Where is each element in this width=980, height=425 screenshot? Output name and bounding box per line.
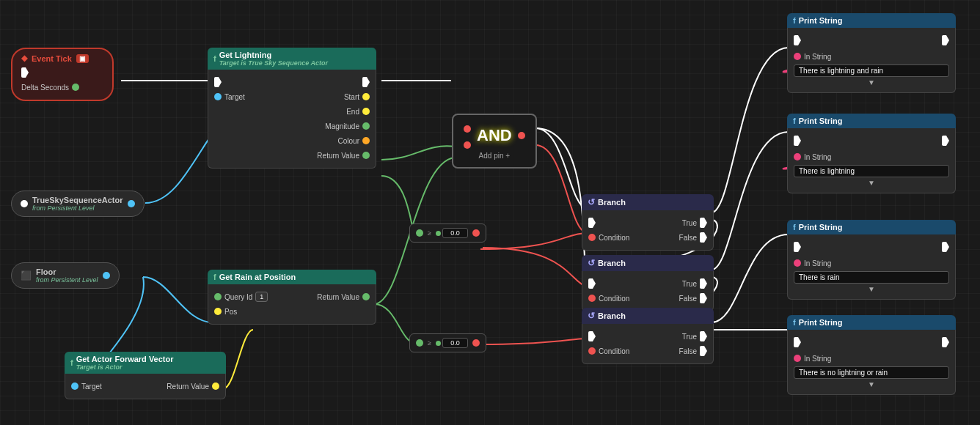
get-actor-fwd-subtitle: Target is Actor bbox=[76, 363, 174, 371]
ps3-body: In String There is rain ▼ bbox=[787, 234, 956, 300]
b2-true-pin bbox=[700, 278, 707, 289]
gr-retval-label: Return Value bbox=[317, 293, 359, 301]
floor-icon: ⬛ bbox=[21, 270, 32, 281]
compare2-node: ≥ 0.0 bbox=[409, 333, 486, 352]
gl-magnitude-label: Magnitude bbox=[325, 122, 359, 130]
gr-retval-pin bbox=[362, 293, 370, 300]
gaf-target-label: Target bbox=[81, 382, 102, 391]
branch2-node: ↺ Branch True Condition False bbox=[582, 255, 714, 311]
gr-queryid-label: Query Id bbox=[224, 293, 252, 301]
b3-cond-pin bbox=[588, 347, 596, 355]
gaf-target-pin bbox=[71, 382, 78, 390]
get-rain-node: f Get Rain at Position Query Id 1 Return… bbox=[208, 270, 376, 325]
gl-start-label: Start bbox=[344, 93, 359, 101]
compare1-node: ≥ 0.0 bbox=[409, 223, 486, 243]
truesky-out-pin bbox=[128, 200, 135, 207]
ps1-chevron: ▼ bbox=[794, 77, 949, 88]
ps1-body: In String There is lightning and rain ▼ bbox=[787, 28, 956, 93]
b1-cond-label: Condition bbox=[599, 234, 629, 242]
branch2-title: Branch bbox=[598, 259, 626, 267]
floor-node: ⬛ Floor from Persistent Level bbox=[11, 262, 120, 289]
get-lightning-title: Get Lightning bbox=[219, 51, 328, 59]
ps4-instr-pin bbox=[794, 355, 801, 362]
gaf-retval-label: Return Value bbox=[167, 382, 209, 391]
b2-exec-in bbox=[588, 278, 596, 289]
ps4-exec-in bbox=[794, 337, 801, 347]
cmp2-in-pin bbox=[416, 339, 423, 347]
ps4-header: f Print String bbox=[787, 315, 956, 330]
gl-exec-out bbox=[362, 77, 370, 87]
and-in1 bbox=[464, 125, 471, 133]
gl-start-pin bbox=[362, 93, 370, 100]
gr-queryid-val: 1 bbox=[255, 292, 268, 302]
get-actor-fwd-node: f Get Actor Forward Vector Target is Act… bbox=[65, 352, 226, 399]
gl-end-label: End bbox=[346, 108, 359, 116]
ps1-instr-val: There is lightning and rain bbox=[794, 64, 949, 77]
floor-sublabel: from Persistent Level bbox=[36, 276, 98, 284]
truesky-sublabel: from Persistent Level bbox=[32, 204, 123, 212]
cmp2-out bbox=[472, 339, 480, 347]
ps1-exec-in bbox=[794, 35, 801, 45]
ps4-instr-label: In String bbox=[804, 355, 831, 363]
ps3-instr-pin bbox=[794, 259, 801, 267]
ps3-header: f Print String bbox=[787, 220, 956, 234]
ps1-title: Print String bbox=[799, 16, 843, 25]
branch1-body: True Condition False bbox=[582, 210, 714, 251]
b3-cond-label: Condition bbox=[599, 347, 629, 355]
b2-cond-pin bbox=[588, 295, 596, 302]
truesky-actor-node: TrueSkySequenceActor from Persistent Lev… bbox=[11, 191, 145, 217]
ps1-instr-pin bbox=[794, 53, 801, 60]
get-actor-fwd-title: Get Actor Forward Vector bbox=[76, 355, 174, 363]
add-pin-label: Add pin + bbox=[464, 152, 525, 160]
ps4-exec-out bbox=[942, 337, 949, 347]
get-actor-fwd-header: f Get Actor Forward Vector Target is Act… bbox=[65, 352, 226, 374]
ps2-body: In String There is lightning ▼ bbox=[787, 128, 956, 193]
ps2-header: f Print String bbox=[787, 114, 956, 128]
event-tick-node: ◆ Event Tick ▣ Delta Seconds bbox=[11, 48, 114, 101]
ps3-exec-in bbox=[794, 242, 801, 252]
truesky-label: TrueSkySequenceActor bbox=[32, 196, 123, 204]
ps2-instr-val: There is lightning bbox=[794, 165, 949, 177]
exec-out-pin bbox=[21, 67, 29, 78]
branch1-title: Branch bbox=[598, 198, 626, 207]
event-tick-label: Event Tick bbox=[32, 54, 72, 63]
cmp1-val: 0.0 bbox=[442, 228, 468, 238]
get-rain-header: f Get Rain at Position bbox=[208, 270, 376, 284]
b2-false-label: False bbox=[679, 295, 697, 303]
ps2-title: Print String bbox=[799, 117, 843, 125]
branch1-header: ↺ Branch bbox=[582, 194, 714, 210]
b1-cond-pin bbox=[588, 234, 596, 241]
floor-label: Floor bbox=[36, 267, 98, 276]
b2-true-label: True bbox=[682, 280, 697, 288]
b3-true-pin bbox=[700, 331, 707, 341]
gaf-retval-pin bbox=[212, 382, 219, 390]
b1-exec-in bbox=[588, 218, 596, 228]
gl-target-pin bbox=[214, 93, 222, 100]
b3-false-pin bbox=[700, 346, 707, 356]
b3-false-label: False bbox=[679, 347, 697, 355]
b2-cond-label: Condition bbox=[599, 295, 629, 303]
gl-exec-in bbox=[214, 77, 222, 87]
ps2-instr-label: In String bbox=[804, 153, 831, 161]
gr-pos-label: Pos bbox=[224, 308, 237, 316]
gl-retval-pin bbox=[362, 152, 370, 159]
branch3-title: Branch bbox=[598, 311, 626, 320]
cmp2-in2 bbox=[436, 341, 441, 346]
ps3-instr-label: In String bbox=[804, 259, 831, 267]
ps2-exec-in bbox=[794, 136, 801, 146]
print-string1-node: f Print String In String There is lightn… bbox=[787, 13, 956, 93]
b3-exec-in bbox=[588, 331, 596, 341]
b1-true-pin bbox=[700, 218, 707, 228]
b2-false-pin bbox=[700, 293, 707, 303]
and-in2 bbox=[464, 141, 471, 149]
gl-magnitude-pin bbox=[362, 122, 370, 130]
ps3-chevron: ▼ bbox=[794, 284, 949, 295]
ps3-title: Print String bbox=[799, 223, 843, 232]
ps4-title: Print String bbox=[799, 318, 843, 327]
print-string2-node: f Print String In String There is lightn… bbox=[787, 114, 956, 193]
branch2-body: True Condition False bbox=[582, 271, 714, 311]
get-rain-title: Get Rain at Position bbox=[219, 273, 296, 281]
ps3-instr-val: There is rain bbox=[794, 271, 949, 284]
branch2-header: ↺ Branch bbox=[582, 255, 714, 271]
ps4-body: In String There is no lightning or rain … bbox=[787, 330, 956, 395]
